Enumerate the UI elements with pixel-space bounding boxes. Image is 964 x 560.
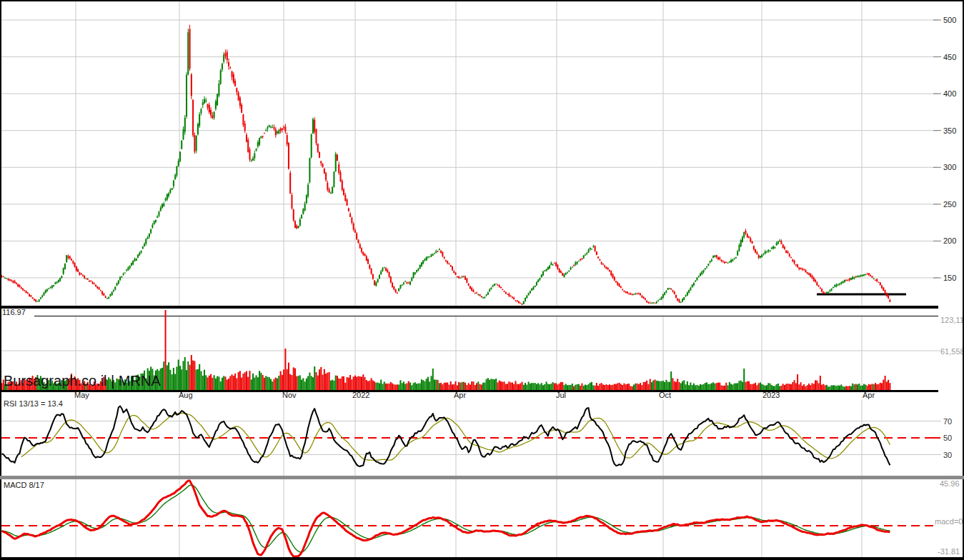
macd-axis-min-label: -31.81 xyxy=(938,547,960,556)
watermark: Bursagraph.co.il | MRNA xyxy=(4,376,161,385)
price-tick-label: 300 xyxy=(943,163,956,171)
date-tick-label: Oct xyxy=(659,391,671,399)
rsi-tick-label: 50 xyxy=(943,434,952,442)
price-tick-label: 200 xyxy=(943,236,956,245)
date-tick-label: Apr xyxy=(454,391,466,399)
date-tick-label: 2023 xyxy=(762,391,780,399)
bottom-border xyxy=(0,557,964,560)
date-tick-label: Nov xyxy=(282,391,297,399)
date-tick-label: 2022 xyxy=(352,391,369,399)
top-border xyxy=(0,0,964,1)
rsi-indicator-label: RSI 13/13 = 13.4 xyxy=(4,399,63,408)
price-tick-label: 400 xyxy=(943,89,956,98)
date-tick-label: Aug xyxy=(179,391,193,399)
price-tick-label: 350 xyxy=(943,126,956,135)
price-tick-label: 150 xyxy=(943,274,956,282)
rsi-tick-label: 70 xyxy=(943,417,952,426)
date-tick-label: Jul xyxy=(556,391,566,399)
price-tick-label: 450 xyxy=(943,53,956,61)
macd-indicator-label: MACD 8/17 xyxy=(4,481,44,489)
macd-axis-max-label: 45.96 xyxy=(940,479,960,488)
rsi-macd-separator xyxy=(0,476,964,479)
rsi-tick-label: 30 xyxy=(943,451,952,459)
macd-axis-zero-label: macd=0 xyxy=(935,517,963,526)
date-tick-label: Apr xyxy=(863,391,875,399)
price-tick-label: 250 xyxy=(943,200,956,209)
date-tick-label: May xyxy=(74,391,89,399)
last-price-label: 116.97 xyxy=(2,308,26,316)
volume-axis-mid-label: 61,558 xyxy=(940,347,964,356)
price-tick-label: 500 xyxy=(943,16,956,24)
volume-axis-max-label: 123,115 xyxy=(940,316,964,324)
chart-root: Bursagraph.co.il | MRNA 116.97 RSI 13/13… xyxy=(0,0,964,560)
